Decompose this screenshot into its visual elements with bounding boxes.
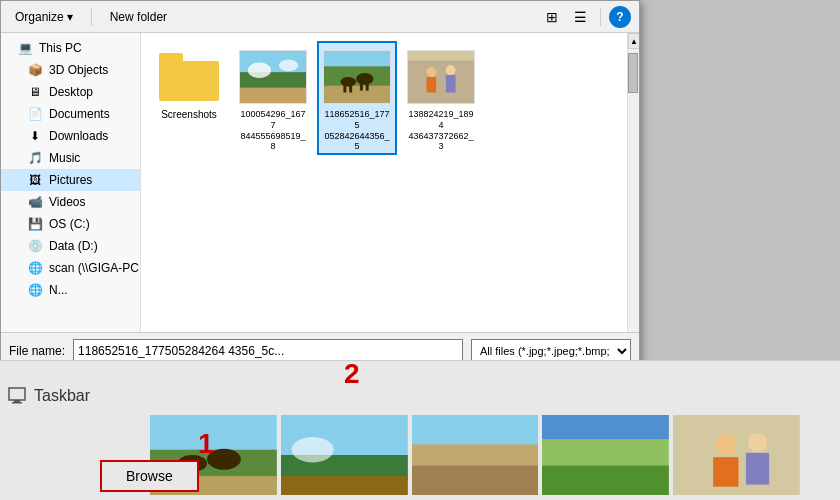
pictures-icon: 🖼 bbox=[27, 172, 43, 188]
sidebar-item-this-pc[interactable]: 💻 This PC bbox=[1, 37, 140, 59]
sidebar-label-desktop: Desktop bbox=[49, 85, 93, 99]
file-label-img3: 138824219_1894436437372662_3876092058513… bbox=[407, 109, 475, 149]
svg-rect-34 bbox=[412, 415, 539, 444]
file-item-img3[interactable]: 138824219_1894436437372662_3876092058513… bbox=[401, 41, 481, 155]
bg-img-landscape bbox=[281, 415, 408, 495]
sidebar-item-downloads[interactable]: ⬇ Downloads bbox=[1, 125, 140, 147]
sidebar-label-os-c: OS (C:) bbox=[49, 217, 90, 231]
sidebar-item-music[interactable]: 🎵 Music bbox=[1, 147, 140, 169]
organize-label: Organize bbox=[15, 10, 64, 24]
file-item-img1[interactable]: 100054296_1677844555698519_8231010879517… bbox=[233, 41, 313, 155]
sidebar-label-3d-objects: 3D Objects bbox=[49, 63, 108, 77]
badge-number-2: 2 bbox=[344, 358, 360, 390]
svg-rect-12 bbox=[360, 83, 363, 91]
svg-point-39 bbox=[715, 434, 736, 455]
svg-point-8 bbox=[341, 77, 357, 87]
image-thumb-3 bbox=[407, 47, 475, 107]
svg-rect-17 bbox=[426, 77, 436, 93]
videos-icon: 📹 bbox=[27, 194, 43, 210]
file-label-img1: 100054296_1677844555698519_8231010879517… bbox=[239, 109, 307, 149]
sidebar-item-scan[interactable]: 🌐 scan (\\GIGA-PC bbox=[1, 257, 140, 279]
badge-number-1: 1 bbox=[198, 428, 214, 460]
file-label-screenshots: Screenshots bbox=[161, 109, 217, 121]
sidebar: 💻 This PC 📦 3D Objects 🖥 Desktop 📄 Docum… bbox=[1, 33, 141, 332]
desktop-icon: 🖥 bbox=[27, 84, 43, 100]
folder-thumbnail bbox=[155, 47, 223, 107]
music-icon: 🎵 bbox=[27, 150, 43, 166]
organize-button[interactable]: Organize ▾ bbox=[9, 8, 79, 26]
sidebar-label-pictures: Pictures bbox=[49, 173, 92, 187]
bg-img-desert bbox=[412, 415, 539, 495]
svg-rect-21 bbox=[14, 400, 20, 402]
folder-body bbox=[159, 61, 219, 101]
sidebar-label-network: N... bbox=[49, 283, 68, 297]
sidebar-label-documents: Documents bbox=[49, 107, 110, 121]
svg-rect-10 bbox=[343, 85, 346, 93]
sidebar-label-scan: scan (\\GIGA-PC bbox=[49, 261, 139, 275]
svg-point-18 bbox=[446, 65, 456, 75]
svg-rect-19 bbox=[446, 75, 456, 92]
dialog-toolbar: Organize ▾ New folder ⊞ ☰ ? bbox=[1, 1, 639, 33]
scroll-thumb[interactable] bbox=[628, 53, 638, 93]
sidebar-item-desktop[interactable]: 🖥 Desktop bbox=[1, 81, 140, 103]
toolbar-sep-2 bbox=[600, 8, 601, 26]
bg-thumb-landscape bbox=[281, 415, 408, 495]
file-label-img2: 118652516_1775052842644356_5848023039771… bbox=[323, 109, 391, 149]
new-folder-button[interactable]: New folder bbox=[104, 8, 173, 26]
svg-point-16 bbox=[426, 67, 436, 77]
documents-icon: 📄 bbox=[27, 106, 43, 122]
bg-img-green bbox=[542, 415, 669, 495]
svg-rect-40 bbox=[713, 457, 738, 487]
3d-objects-icon: 📦 bbox=[27, 62, 43, 78]
svg-rect-15 bbox=[408, 61, 474, 104]
sidebar-item-os-c[interactable]: 💾 OS (C:) bbox=[1, 213, 140, 235]
scrollbar[interactable]: ▲ bbox=[627, 33, 639, 332]
os-c-icon: 💾 bbox=[27, 216, 43, 232]
svg-point-9 bbox=[356, 73, 373, 85]
svg-rect-20 bbox=[9, 388, 25, 400]
background-photo-strip bbox=[150, 415, 800, 495]
dialog-content: 💻 This PC 📦 3D Objects 🖥 Desktop 📄 Docum… bbox=[1, 33, 639, 332]
browse-button[interactable]: Browse bbox=[100, 460, 199, 492]
taskbar-monitor-icon bbox=[8, 387, 26, 405]
svg-point-31 bbox=[291, 437, 333, 462]
data-d-icon: 💿 bbox=[27, 238, 43, 254]
organize-chevron: ▾ bbox=[67, 10, 73, 24]
file-item-img2[interactable]: 118652516_1775052842644356_5848023039771… bbox=[317, 41, 397, 155]
bg-thumb-desert bbox=[412, 415, 539, 495]
image-thumb-1 bbox=[239, 47, 307, 107]
taskbar-label: Taskbar bbox=[34, 387, 90, 405]
svg-rect-13 bbox=[366, 83, 369, 91]
image-preview-1 bbox=[239, 50, 307, 104]
svg-point-41 bbox=[748, 433, 767, 452]
sidebar-item-pictures[interactable]: 🖼 Pictures bbox=[1, 169, 140, 191]
sidebar-item-network[interactable]: 🌐 N... bbox=[1, 279, 140, 301]
svg-rect-7 bbox=[324, 86, 390, 103]
downloads-icon: ⬇ bbox=[27, 128, 43, 144]
sidebar-item-documents[interactable]: 📄 Documents bbox=[1, 103, 140, 125]
sidebar-item-data-d[interactable]: 💿 Data (D:) bbox=[1, 235, 140, 257]
sidebar-label-data-d: Data (D:) bbox=[49, 239, 98, 253]
filename-label: File name: bbox=[9, 344, 65, 358]
svg-rect-2 bbox=[240, 88, 306, 104]
view-details-button[interactable]: ☰ bbox=[568, 6, 592, 28]
browse-button-container: Browse bbox=[100, 460, 199, 492]
image-preview-2 bbox=[323, 50, 391, 104]
sidebar-item-videos[interactable]: 📹 Videos bbox=[1, 191, 140, 213]
sidebar-label-this-pc: This PC bbox=[39, 41, 82, 55]
sidebar-item-3d-objects[interactable]: 📦 3D Objects bbox=[1, 59, 140, 81]
view-toggle-button[interactable]: ⊞ bbox=[540, 6, 564, 28]
file-area: Screenshots 100054296_1677844 bbox=[141, 33, 627, 332]
computer-icon: 💻 bbox=[17, 40, 33, 56]
help-button[interactable]: ? bbox=[609, 6, 631, 28]
scroll-up-arrow[interactable]: ▲ bbox=[628, 33, 639, 49]
sidebar-label-videos: Videos bbox=[49, 195, 85, 209]
img3-svg bbox=[408, 50, 474, 104]
file-item-screenshots[interactable]: Screenshots bbox=[149, 41, 229, 155]
toolbar-right: ⊞ ☰ ? bbox=[540, 6, 631, 28]
svg-rect-11 bbox=[349, 85, 352, 93]
scan-icon: 🌐 bbox=[27, 260, 43, 276]
taskbar-row: Taskbar bbox=[8, 387, 90, 405]
file-dialog: Organize ▾ New folder ⊞ ☰ ? 💻 This PC 📦 … bbox=[0, 0, 640, 410]
folder-icon bbox=[159, 53, 219, 101]
